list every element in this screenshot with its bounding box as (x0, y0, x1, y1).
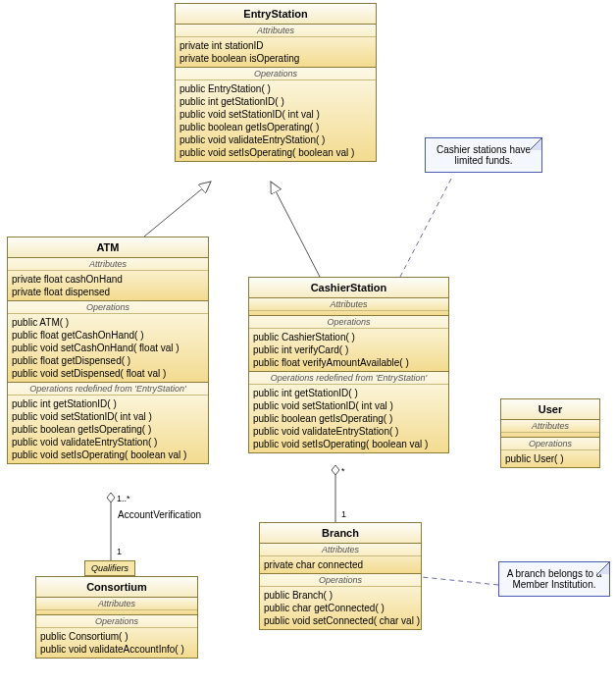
operations-label: Operations (176, 68, 376, 80)
attr-row: private int stationID (180, 39, 372, 52)
multiplicity: 1 (341, 509, 346, 519)
op-row: public int verifyCard( ) (253, 343, 444, 356)
op-row: public void setStationID( int val ) (12, 410, 204, 423)
operations-label: Operations (249, 316, 448, 329)
attributes-label: Attributes (260, 544, 421, 556)
op-row: public void validateEntryStation( ) (180, 133, 372, 146)
op-row: public Consortium( ) (40, 630, 193, 643)
attr-row: private boolean isOperating (180, 52, 372, 65)
attributes-label: Attributes (501, 420, 599, 433)
attributes-label: Attributes (8, 258, 208, 271)
operations-label: Operations (260, 574, 421, 587)
op-row: public boolean getIsOperating( ) (180, 121, 372, 133)
attributes-label: Attributes (176, 25, 376, 37)
class-consortium: Consortium Attributes Operations public … (35, 576, 198, 659)
op-row: public CashierStation( ) (253, 331, 444, 343)
class-entrystation: EntryStation Attributes private int stat… (175, 3, 377, 162)
class-title: CashierStation (249, 278, 448, 298)
class-branch: Branch Attributes private char connected… (259, 522, 422, 630)
attr-row: private char connected (264, 558, 417, 571)
op-row: public void setCashOnHand( float val ) (12, 342, 204, 354)
class-title: Branch (260, 523, 421, 544)
operations-label: Operations (8, 301, 208, 314)
op-row: public void validateAccountInfo( ) (40, 643, 193, 656)
op-row: public int getStationID( ) (180, 95, 372, 108)
note-cashier-funds: Cashier stations have limited funds. (425, 137, 542, 173)
qualifier-box: Qualifiers (84, 560, 135, 576)
op-row: public EntryStation( ) (180, 82, 372, 95)
op-row: public void setIsOperating( boolean val … (12, 449, 204, 461)
op-row: public float getCashOnHand( ) (12, 329, 204, 342)
op-row: public void setConnected( char val ) (264, 614, 417, 627)
note-branch-member: A branch belongs to a Member Institution… (498, 561, 610, 597)
class-title: Consortium (36, 577, 197, 598)
operations-label: Operations (36, 615, 197, 628)
op-row: public char getConnected( ) (264, 602, 417, 614)
operations-label: Operations (501, 438, 599, 450)
attr-row: private float dispensed (12, 286, 204, 298)
op-row: public void setIsOperating( boolean val … (180, 146, 372, 159)
op-row: public void setDispensed( float val ) (12, 367, 204, 380)
svg-line-1 (271, 182, 320, 277)
multiplicity: 1 (117, 547, 122, 556)
attributes-label: Attributes (36, 598, 197, 610)
op-row: public void validateEntryStation( ) (12, 436, 204, 449)
op-row: public int getStationID( ) (12, 397, 204, 410)
svg-line-2 (400, 179, 451, 277)
op-row: public User( ) (505, 452, 595, 465)
class-cashierstation: CashierStation Attributes Operations pub… (248, 277, 449, 453)
svg-line-0 (144, 182, 211, 237)
op-row: public void validateEntryStation( ) (253, 425, 444, 438)
multiplicity: * (341, 466, 345, 476)
op-row: public boolean getIsOperating( ) (253, 412, 444, 425)
attr-row: private float cashOnHand (12, 273, 204, 286)
class-title: User (501, 399, 599, 420)
class-title: ATM (8, 237, 208, 258)
class-atm: ATM Attributes private float cashOnHand … (7, 237, 209, 464)
redefined-label: Operations redefined from 'EntryStation' (249, 372, 448, 385)
op-row: public ATM( ) (12, 316, 204, 329)
redefined-label: Operations redefined from 'EntryStation' (8, 383, 208, 396)
op-row: public boolean getIsOperating( ) (12, 423, 204, 436)
op-row: public Branch( ) (264, 589, 417, 602)
attributes-label: Attributes (249, 298, 448, 311)
op-row: public float verifyAmountAvailable( ) (253, 356, 444, 369)
op-row: public void setIsOperating( boolean val … (253, 438, 444, 450)
op-row: public void setStationID( int val ) (180, 108, 372, 121)
op-row: public int getStationID( ) (253, 387, 444, 399)
class-user: User Attributes Operations public User( … (500, 398, 600, 468)
op-row: public void setStationID( int val ) (253, 399, 444, 412)
multiplicity: 1..* (117, 494, 130, 503)
svg-line-3 (422, 577, 498, 585)
op-row: public float getDispensed( ) (12, 354, 204, 367)
class-title: EntryStation (176, 4, 376, 25)
assoc-label-accountverification: AccountVerification (118, 509, 201, 520)
